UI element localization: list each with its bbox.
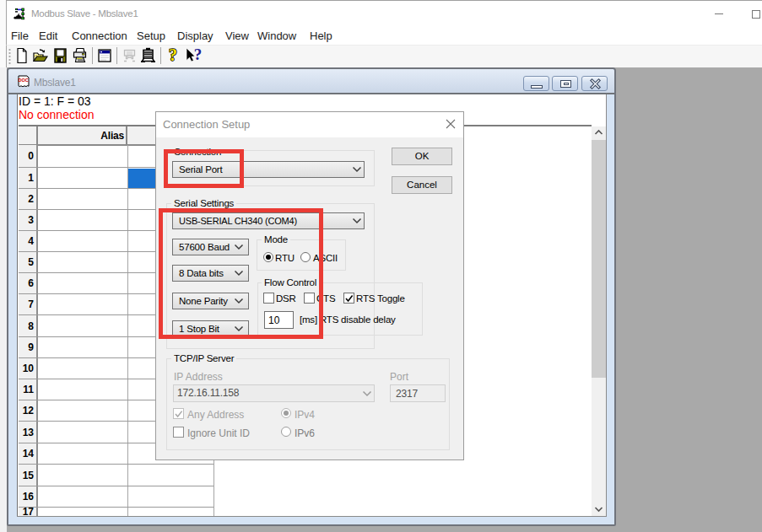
svg-text:?: ? — [169, 46, 177, 64]
svg-text:DOC: DOC — [18, 78, 28, 83]
svg-text:?: ? — [194, 46, 203, 63]
